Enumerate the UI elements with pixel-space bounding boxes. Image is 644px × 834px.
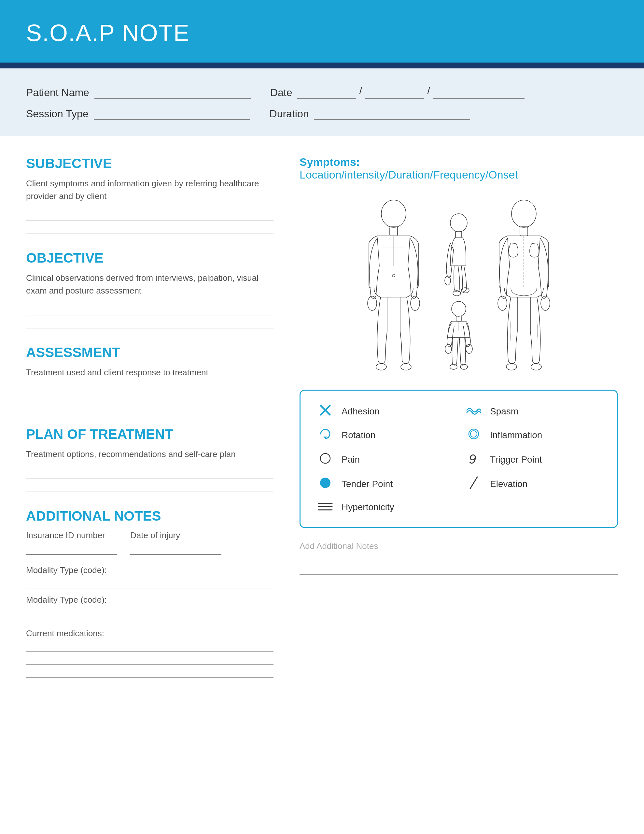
symptoms-header: Symptoms: Location/intensity/Duration/Fr… [300,156,618,181]
session-type-label: Session Type [26,108,89,120]
rotation-icon [317,427,334,443]
page-title: S.O.A.P NOTE [26,19,618,46]
inflammation-label: Inflammation [490,430,542,440]
svg-point-5 [401,364,411,370]
svg-point-3 [410,296,420,310]
assessment-line-1 [26,387,273,397]
svg-line-36 [470,477,477,489]
date-label: Date [270,87,292,99]
body-child-view [442,302,475,373]
assessment-lines [26,387,273,410]
svg-point-0 [381,200,406,227]
plan-section: PLAN OF TREATMENT Treatment options, rec… [26,427,273,492]
adhesion-icon [317,404,334,419]
additional-notes-right: Add Additional Notes [300,541,618,591]
patient-row-1: Patient Name Date / / [26,85,618,99]
date-group: Date / / [270,85,525,99]
svg-point-27 [531,364,541,370]
subjective-line-1 [26,210,273,221]
plan-lines [26,469,273,492]
plan-line-2 [26,482,273,492]
assessment-desc: Treatment used and client response to tr… [26,366,273,379]
svg-point-13 [462,288,469,293]
svg-point-4 [376,364,386,370]
svg-point-25 [541,296,550,310]
svg-point-21 [512,200,536,227]
add-notes-label: Add Additional Notes [300,541,618,551]
date-slash-2: / [427,85,430,99]
date-month-input[interactable] [297,87,356,99]
modality1-group: Modality Type (code): [26,565,273,588]
body-front-large [355,201,433,373]
assessment-section: ASSESSMENT Treatment used and client res… [26,345,273,410]
medications-line-1 [26,641,273,651]
patient-name-input[interactable] [94,87,251,99]
patient-name-label: Patient Name [26,87,89,99]
date-of-injury-field: Date of injury [130,530,221,555]
date-day-input[interactable] [365,87,424,99]
svg-point-8 [392,274,395,277]
svg-point-11 [445,276,450,285]
svg-point-9 [450,214,467,232]
session-type-input[interactable] [94,108,250,120]
header-stripe [0,63,644,68]
assessment-title: ASSESSMENT [26,345,273,360]
objective-desc: Clinical observations derived from inter… [26,272,273,297]
legend-item-tender-point: Tender Point [317,476,452,492]
pain-label: Pain [342,454,360,465]
objective-line-1 [26,305,273,315]
modality2-label: Modality Type (code): [26,595,273,605]
session-type-group: Session Type [26,108,250,120]
date-year-input[interactable] [433,87,525,99]
svg-point-35 [320,478,331,488]
svg-rect-22 [520,227,528,236]
header: S.O.A.P NOTE [0,0,644,63]
duration-input[interactable] [314,108,470,120]
medications-line-3 [26,667,273,677]
left-column: SUBJECTIVE Client symptoms and informati… [26,156,273,680]
subjective-section: SUBJECTIVE Client symptoms and informati… [26,156,273,234]
objective-section: OBJECTIVE Clinical observations derived … [26,250,273,328]
insurance-input[interactable] [26,543,117,555]
medications-group: Current medications: [26,629,273,677]
objective-title: OBJECTIVE [26,250,273,266]
legend-item-spasm: Spasm [465,404,601,419]
legend-item-adhesion: Adhesion [317,404,452,419]
objective-line-2 [26,318,273,328]
svg-point-12 [453,291,461,296]
date-slash-1: / [359,85,362,99]
body-back-large [485,201,563,373]
svg-point-32 [470,431,477,437]
svg-rect-15 [456,316,462,321]
modality1-label: Modality Type (code): [26,565,273,575]
legend-item-inflammation: Inflammation [465,427,601,443]
tender-point-label: Tender Point [342,479,393,489]
add-notes-line-2 [300,574,618,575]
spasm-label: Spasm [490,406,518,417]
svg-text:9: 9 [469,452,476,465]
date-fields: / / [297,85,525,99]
modality2-line [26,608,273,618]
symptoms-subtitle: Location/intensity/Duration/Frequency/On… [300,168,518,181]
date-of-injury-input[interactable] [130,543,221,555]
hypertonicity-icon [317,500,334,514]
subjective-title: SUBJECTIVE [26,156,273,171]
svg-rect-1 [390,227,397,236]
legend-item-trigger-point: 9 Trigger Point [465,451,601,468]
subjective-desc: Client symptoms and information given by… [26,177,273,203]
elevation-label: Elevation [490,479,528,489]
symptoms-title: Symptoms: [300,156,360,168]
adhesion-label: Adhesion [342,406,379,417]
legend-item-hypertonicity: Hypertonicity [317,500,601,514]
svg-point-33 [320,454,330,463]
svg-point-14 [452,301,466,316]
body-side-view [439,214,478,295]
svg-point-16 [445,344,452,354]
legend-box: Adhesion Spasm Rotatio [300,390,618,528]
duration-group: Duration [270,108,470,120]
hypertonicity-label: Hypertonicity [342,502,394,512]
modality2-group: Modality Type (code): [26,595,273,618]
plan-line-1 [26,469,273,479]
patient-row-2: Session Type Duration [26,108,618,120]
trigger-point-label: Trigger Point [490,454,542,465]
